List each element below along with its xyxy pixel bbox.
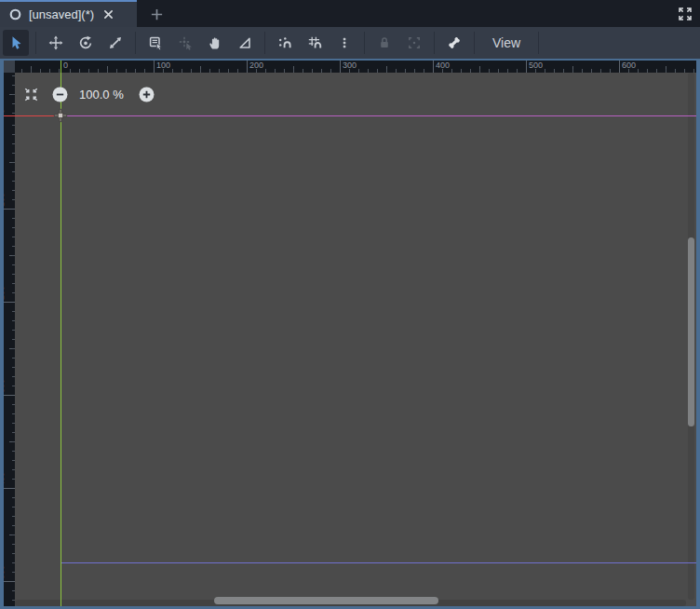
scene-tab[interactable]: [unsaved](*) bbox=[0, 0, 137, 27]
grid-snap-button[interactable] bbox=[302, 30, 328, 56]
bone-icon bbox=[447, 35, 462, 50]
v-ruler[interactable]: 0100200300400500 bbox=[4, 73, 15, 606]
pivot-tool-button[interactable] bbox=[172, 30, 198, 56]
toolbar-separator bbox=[364, 32, 365, 54]
select-arrow-icon bbox=[8, 35, 23, 50]
group-toggle-button[interactable] bbox=[401, 30, 427, 56]
pan-hand-icon bbox=[208, 35, 222, 50]
zoom-out-icon[interactable] bbox=[52, 87, 68, 102]
list-select-tool-button[interactable] bbox=[142, 30, 168, 56]
rotate-tool-button[interactable] bbox=[73, 30, 99, 56]
h-ruler[interactable]: 0100200300400500600 bbox=[15, 61, 696, 73]
viewport-panel: 0100200300400500600 0100200300400500 bbox=[0, 59, 700, 609]
toolbar-separator bbox=[434, 32, 435, 54]
rotate-icon bbox=[78, 35, 93, 50]
view-menu-button[interactable]: View bbox=[481, 30, 532, 56]
toolbar-separator bbox=[538, 32, 539, 54]
scene-tab-label: [unsaved](*) bbox=[29, 7, 94, 21]
scale-icon bbox=[108, 35, 123, 50]
v-ruler-major-tick: 200 bbox=[4, 302, 15, 303]
expand-panel-icon[interactable] bbox=[676, 5, 694, 23]
h-ruler-major-tick: 400 bbox=[433, 61, 434, 73]
v-ruler-major-tick: 0 bbox=[4, 115, 15, 116]
toolbar-separator bbox=[35, 32, 36, 54]
h-ruler-major-tick: 0 bbox=[61, 61, 61, 73]
toolbar-separator bbox=[135, 32, 136, 54]
skeleton-options-button[interactable] bbox=[441, 30, 467, 56]
list-select-icon bbox=[148, 35, 163, 50]
toolbar-separator bbox=[264, 32, 265, 54]
zoom-in-icon[interactable] bbox=[139, 87, 155, 102]
grid-snap-icon bbox=[307, 35, 322, 50]
v-ruler-major-tick: 400 bbox=[4, 488, 15, 489]
lock-icon bbox=[377, 35, 392, 50]
node-circle-icon bbox=[8, 7, 22, 21]
ruler-tool-button[interactable] bbox=[232, 30, 258, 56]
node-position-gizmo[interactable] bbox=[52, 107, 69, 124]
vertical-dots-icon bbox=[337, 35, 352, 50]
ruler-corner bbox=[4, 61, 15, 73]
close-icon[interactable] bbox=[101, 7, 115, 22]
canvas-2d[interactable] bbox=[15, 73, 696, 606]
h-ruler-major-tick: 200 bbox=[247, 61, 248, 73]
smart-snap-button[interactable] bbox=[272, 30, 298, 56]
v-ruler-major-tick: 100 bbox=[4, 209, 15, 210]
v-ruler-major-tick: 500 bbox=[4, 581, 15, 582]
snap-options-button[interactable] bbox=[331, 30, 357, 56]
lock-toggle-button[interactable] bbox=[371, 30, 397, 56]
group-icon bbox=[407, 35, 422, 50]
h-scrollbar-thumb[interactable] bbox=[214, 597, 438, 604]
scale-tool-button[interactable] bbox=[102, 30, 128, 56]
smart-snap-icon bbox=[277, 35, 292, 50]
scene-tab-bar: [unsaved](*) bbox=[0, 0, 700, 27]
v-ruler-major-tick: 300 bbox=[4, 395, 15, 396]
pivot-icon bbox=[178, 35, 193, 50]
godot-2d-editor: [unsaved](*) bbox=[0, 0, 700, 609]
v-scrollbar-thumb[interactable] bbox=[688, 237, 694, 426]
h-ruler-major-tick: 100 bbox=[154, 61, 155, 73]
zoom-level-label[interactable]: 100.0 % bbox=[79, 88, 144, 102]
h-ruler-major-tick: 300 bbox=[340, 61, 341, 73]
move-tool-button[interactable] bbox=[43, 30, 69, 56]
ruler-icon bbox=[237, 35, 252, 50]
pan-tool-button[interactable] bbox=[202, 30, 228, 56]
add-tab-icon[interactable] bbox=[145, 3, 168, 25]
canvas-toolbar: View bbox=[0, 27, 700, 59]
select-tool-button[interactable] bbox=[3, 30, 29, 56]
h-ruler-major-tick: 500 bbox=[526, 61, 527, 73]
center-view-icon[interactable] bbox=[23, 87, 39, 102]
toolbar-separator bbox=[474, 32, 475, 54]
move-icon bbox=[48, 35, 63, 50]
h-ruler-major-tick: 600 bbox=[619, 61, 620, 73]
